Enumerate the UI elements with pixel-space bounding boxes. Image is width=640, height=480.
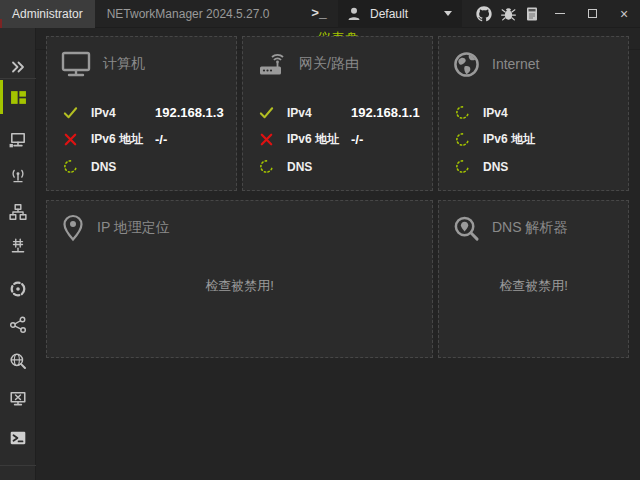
card-ip-geolocation: IP 地理定位 检查被禁用! — [46, 200, 433, 358]
monitor-cable-icon — [9, 131, 27, 149]
card-dns-resolver-header: DNS 解析器 — [439, 201, 628, 241]
card-dns-resolver-title: DNS 解析器 — [492, 219, 567, 237]
antenna-icon — [9, 167, 27, 185]
sidebar-item-port-scanner[interactable] — [0, 235, 36, 259]
spinner-icon — [455, 105, 470, 120]
cross-icon — [63, 132, 78, 147]
close-icon: × — [620, 7, 628, 21]
card-gateway: 网关/路由 IPv4 192.168.1.1 IPv6 地址 -/- DNS — [242, 36, 433, 191]
sidebar-item-wifi[interactable] — [0, 164, 36, 188]
row-label: IPv4 — [287, 106, 345, 120]
spinner-icon — [259, 159, 274, 174]
geolocation-disabled-message: 检查被禁用! — [47, 277, 432, 295]
sidebar-divider-top — [0, 78, 36, 79]
row-label: IPv4 — [483, 106, 541, 120]
card-computer-rows: IPv4 192.168.1.3 IPv6 地址 -/- DNS — [47, 99, 236, 180]
release-notes-icon[interactable] — [520, 0, 544, 28]
window-title: NETworkManager 2024.5.27.0 — [107, 7, 270, 21]
network-nodes-icon — [9, 203, 27, 221]
card-dns-resolver: DNS 解析器 检查被禁用! — [438, 200, 629, 358]
status-row-ipv4: IPv4 192.168.1.1 — [243, 99, 432, 126]
magnifier-pin-icon — [453, 215, 480, 242]
admin-badge: Administrator — [0, 0, 95, 28]
card-internet-title: Internet — [492, 56, 539, 72]
card-internet: Internet IPv4 IPv6 地址 DNS — [438, 36, 629, 191]
row-label: DNS — [483, 160, 541, 174]
sidebar-item-traceroute[interactable] — [0, 313, 36, 337]
status-row-ipv6: IPv6 地址 -/- — [243, 126, 432, 153]
terminal-icon[interactable]: >_ — [306, 0, 332, 28]
globe-search-icon — [9, 352, 27, 370]
globe-icon — [453, 51, 480, 78]
app-window: Administrator NETworkManager 2024.5.27.0… — [0, 0, 640, 480]
sidebar-item-remote-desktop[interactable] — [0, 387, 36, 411]
router-icon — [257, 51, 287, 77]
github-icon[interactable] — [472, 0, 496, 28]
status-row-dns: DNS — [47, 153, 236, 180]
card-computer-title: 计算机 — [103, 55, 145, 73]
row-label: IPv6 地址 — [287, 131, 345, 148]
profile-person-icon — [346, 6, 362, 22]
status-row-ipv4: IPv4 192.168.1.3 — [47, 99, 236, 126]
dns-resolver-disabled-message: 检查被禁用! — [439, 277, 628, 295]
chevrons-right-icon — [10, 59, 26, 75]
status-row-dns: DNS — [439, 153, 628, 180]
sidebar-item-powershell[interactable] — [0, 426, 36, 450]
main-content: 仪表盘 计算机 IPv4 192.168.1.3 — [36, 28, 640, 480]
status-row-ipv6: IPv6 地址 -/- — [47, 126, 236, 153]
chevron-down-icon — [444, 11, 452, 16]
card-ip-geolocation-header: IP 地理定位 — [47, 201, 432, 241]
card-computer-header: 计算机 — [47, 37, 236, 77]
sidebar-divider-bottom — [0, 465, 36, 466]
card-internet-header: Internet — [439, 37, 628, 77]
status-row-dns: DNS — [243, 153, 432, 180]
computer-monitor-icon — [61, 51, 91, 77]
sidebar-item-network-interface[interactable] — [0, 128, 36, 152]
card-ip-geolocation-title: IP 地理定位 — [97, 219, 170, 237]
minimize-icon — [555, 13, 565, 14]
card-gateway-header: 网关/路由 — [243, 37, 432, 77]
sidebar-expand-button[interactable] — [0, 55, 36, 79]
titlebar-actions: >_ Default — [306, 0, 640, 28]
sidebar-item-ping-monitor[interactable] — [0, 277, 36, 301]
map-pin-icon — [61, 214, 85, 242]
card-computer: 计算机 IPv4 192.168.1.3 IPv6 地址 -/- DNS — [46, 36, 237, 191]
radar-icon — [9, 280, 27, 298]
bug-report-icon[interactable] — [496, 0, 520, 28]
sidebar-item-ip-scanner[interactable] — [0, 200, 36, 224]
maximize-icon — [588, 9, 597, 18]
row-label: IPv6 地址 — [91, 131, 149, 148]
check-icon — [63, 105, 78, 120]
spinner-icon — [63, 159, 78, 174]
status-row-ipv4: IPv4 — [439, 99, 628, 126]
card-internet-rows: IPv4 IPv6 地址 DNS — [439, 99, 628, 180]
row-value: 192.168.1.3 — [155, 105, 224, 120]
profile-dropdown[interactable]: Default — [338, 0, 462, 28]
admin-badge-label: Administrator — [12, 7, 83, 21]
status-row-ipv6: IPv6 地址 — [439, 126, 628, 153]
check-icon — [259, 105, 274, 120]
dashboard-icon — [10, 89, 27, 106]
sidebar-item-settings[interactable] — [0, 476, 36, 480]
powershell-icon — [9, 429, 27, 447]
close-button[interactable]: × — [608, 0, 640, 28]
sidebar — [0, 28, 36, 480]
card-gateway-rows: IPv4 192.168.1.1 IPv6 地址 -/- DNS — [243, 99, 432, 180]
remote-desktop-icon — [9, 390, 27, 408]
row-label: DNS — [91, 160, 149, 174]
row-value: 192.168.1.1 — [351, 105, 420, 120]
titlebar: Administrator NETworkManager 2024.5.27.0… — [0, 0, 640, 28]
sidebar-item-dns-lookup[interactable] — [0, 349, 36, 373]
minimize-button[interactable] — [544, 0, 576, 28]
maximize-button[interactable] — [576, 0, 608, 28]
sidebar-item-dashboard[interactable] — [0, 85, 36, 109]
row-value: -/- — [351, 132, 363, 147]
port-hash-icon — [9, 238, 27, 256]
cross-icon — [259, 132, 274, 147]
spinner-icon — [455, 132, 470, 147]
route-nodes-icon — [9, 316, 27, 334]
row-label: DNS — [287, 160, 345, 174]
row-value: -/- — [155, 132, 167, 147]
spinner-icon — [455, 159, 470, 174]
row-label: IPv6 地址 — [483, 131, 541, 148]
